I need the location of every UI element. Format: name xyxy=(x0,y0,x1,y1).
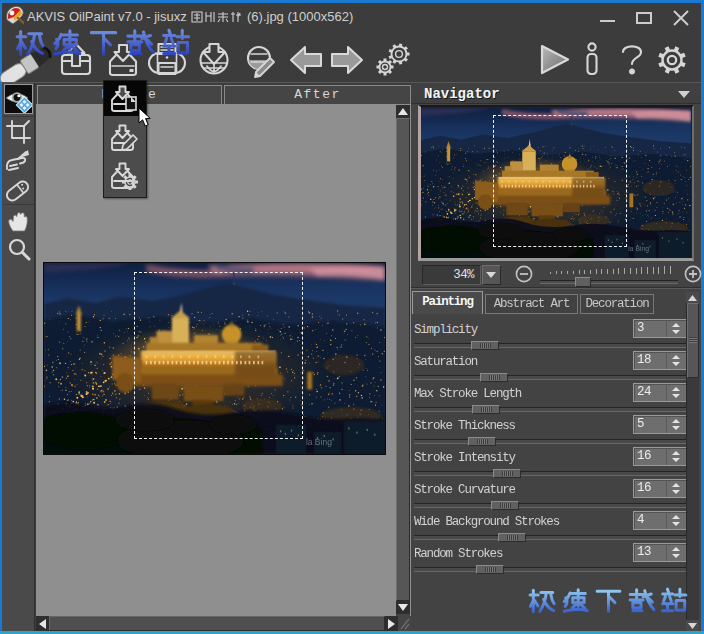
svg-text:la Bing: la Bing xyxy=(628,245,649,253)
svg-text:la Bing: la Bing xyxy=(306,437,332,447)
